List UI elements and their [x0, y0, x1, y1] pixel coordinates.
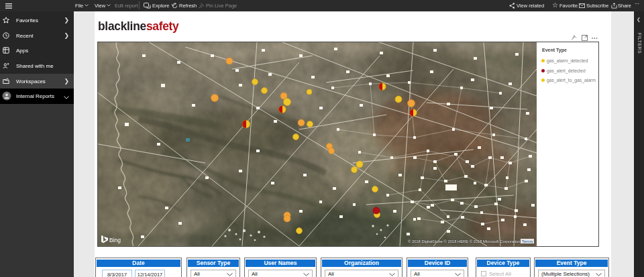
- svg-text:Terms: Terms: [522, 239, 533, 243]
- svg-text:© 2018 DigitalGlobe © 2018 HER: © 2018 DigitalGlobe © 2018 HERE © 2018 M…: [408, 239, 520, 243]
- svg-text:Bing: Bing: [109, 237, 121, 243]
